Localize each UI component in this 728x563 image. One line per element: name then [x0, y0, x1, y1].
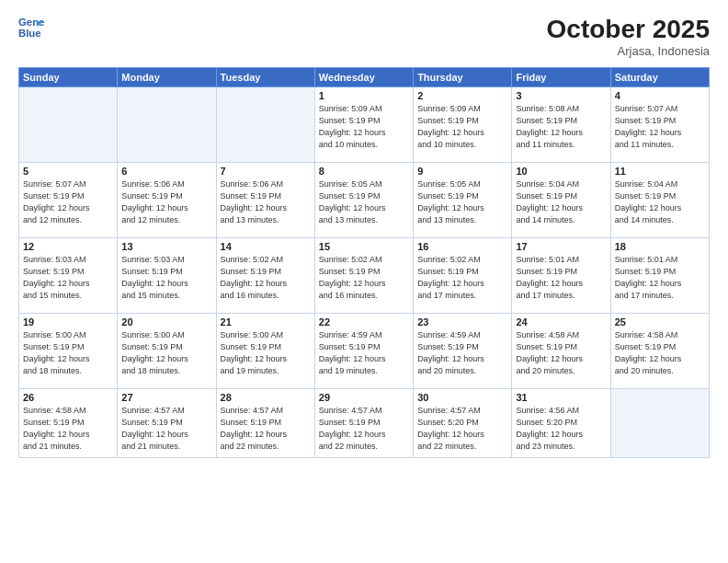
day-info: Sunrise: 5:08 AM Sunset: 5:19 PM Dayligh… [516, 103, 606, 151]
col-sunday: Sunday [19, 68, 118, 87]
month-title: October 2025 [547, 15, 710, 44]
table-row: 10Sunrise: 5:04 AM Sunset: 5:19 PM Dayli… [512, 163, 610, 238]
table-row: 16Sunrise: 5:02 AM Sunset: 5:19 PM Dayli… [414, 238, 512, 314]
table-row: 29Sunrise: 4:57 AM Sunset: 5:19 PM Dayli… [314, 389, 413, 458]
table-row: 5Sunrise: 5:07 AM Sunset: 5:19 PM Daylig… [19, 163, 118, 238]
table-row: 21Sunrise: 5:00 AM Sunset: 5:19 PM Dayli… [216, 314, 314, 389]
day-number: 13 [121, 241, 211, 252]
day-number: 7 [221, 166, 311, 177]
day-info: Sunrise: 5:02 AM Sunset: 5:19 PM Dayligh… [417, 254, 507, 302]
table-row: 2Sunrise: 5:09 AM Sunset: 5:19 PM Daylig… [414, 87, 512, 163]
day-number: 11 [615, 166, 705, 177]
day-info: Sunrise: 5:00 AM Sunset: 5:19 PM Dayligh… [23, 329, 113, 377]
svg-text:Blue: Blue [18, 28, 41, 39]
day-number: 8 [319, 166, 409, 177]
day-info: Sunrise: 5:07 AM Sunset: 5:19 PM Dayligh… [23, 178, 113, 226]
day-info: Sunrise: 5:09 AM Sunset: 5:19 PM Dayligh… [319, 103, 409, 151]
calendar-week-row: 26Sunrise: 4:58 AM Sunset: 5:19 PM Dayli… [19, 389, 710, 458]
table-row: 24Sunrise: 4:58 AM Sunset: 5:19 PM Dayli… [512, 314, 610, 389]
day-info: Sunrise: 5:01 AM Sunset: 5:19 PM Dayligh… [615, 254, 705, 302]
day-number: 14 [221, 241, 311, 252]
table-row: 8Sunrise: 5:05 AM Sunset: 5:19 PM Daylig… [314, 163, 413, 238]
table-row: 19Sunrise: 5:00 AM Sunset: 5:19 PM Dayli… [19, 314, 118, 389]
day-info: Sunrise: 4:56 AM Sunset: 5:20 PM Dayligh… [516, 405, 606, 453]
day-number: 27 [121, 392, 211, 403]
table-row: 1Sunrise: 5:09 AM Sunset: 5:19 PM Daylig… [314, 87, 413, 163]
day-info: Sunrise: 4:57 AM Sunset: 5:19 PM Dayligh… [221, 405, 311, 453]
table-row: 18Sunrise: 5:01 AM Sunset: 5:19 PM Dayli… [610, 238, 709, 314]
day-info: Sunrise: 5:04 AM Sunset: 5:19 PM Dayligh… [516, 178, 606, 226]
table-row: 7Sunrise: 5:06 AM Sunset: 5:19 PM Daylig… [216, 163, 314, 238]
day-number: 6 [121, 166, 211, 177]
day-number: 5 [23, 166, 113, 177]
day-info: Sunrise: 4:59 AM Sunset: 5:19 PM Dayligh… [319, 329, 409, 377]
calendar-header-row: Sunday Monday Tuesday Wednesday Thursday… [19, 68, 710, 87]
calendar-week-row: 5Sunrise: 5:07 AM Sunset: 5:19 PM Daylig… [19, 163, 710, 238]
day-info: Sunrise: 5:06 AM Sunset: 5:19 PM Dayligh… [221, 178, 311, 226]
table-row: 30Sunrise: 4:57 AM Sunset: 5:20 PM Dayli… [414, 389, 512, 458]
col-wednesday: Wednesday [314, 68, 413, 87]
calendar-week-row: 1Sunrise: 5:09 AM Sunset: 5:19 PM Daylig… [19, 87, 710, 163]
col-thursday: Thursday [414, 68, 512, 87]
day-info: Sunrise: 5:05 AM Sunset: 5:19 PM Dayligh… [417, 178, 507, 226]
day-number: 9 [417, 166, 507, 177]
table-row: 27Sunrise: 4:57 AM Sunset: 5:19 PM Dayli… [118, 389, 216, 458]
day-number: 20 [121, 316, 211, 327]
table-row: 4Sunrise: 5:07 AM Sunset: 5:19 PM Daylig… [610, 87, 709, 163]
table-row: 31Sunrise: 4:56 AM Sunset: 5:20 PM Dayli… [512, 389, 610, 458]
day-info: Sunrise: 5:07 AM Sunset: 5:19 PM Dayligh… [615, 103, 705, 151]
logo-icon: General Blue [18, 15, 44, 40]
header: General Blue October 2025 Arjasa, Indone… [18, 15, 710, 58]
table-row [118, 87, 216, 163]
day-info: Sunrise: 5:02 AM Sunset: 5:19 PM Dayligh… [319, 254, 409, 302]
day-info: Sunrise: 5:00 AM Sunset: 5:19 PM Dayligh… [121, 329, 211, 377]
day-number: 19 [23, 316, 113, 327]
day-info: Sunrise: 5:00 AM Sunset: 5:19 PM Dayligh… [221, 329, 311, 377]
table-row: 9Sunrise: 5:05 AM Sunset: 5:19 PM Daylig… [414, 163, 512, 238]
day-info: Sunrise: 5:04 AM Sunset: 5:19 PM Dayligh… [615, 178, 705, 226]
day-number: 23 [417, 316, 507, 327]
col-monday: Monday [118, 68, 216, 87]
day-number: 22 [319, 316, 409, 327]
day-info: Sunrise: 5:03 AM Sunset: 5:19 PM Dayligh… [23, 254, 113, 302]
day-number: 10 [516, 166, 606, 177]
day-number: 12 [23, 241, 113, 252]
day-number: 17 [516, 241, 606, 252]
day-number: 2 [417, 90, 507, 101]
day-info: Sunrise: 5:05 AM Sunset: 5:19 PM Dayligh… [319, 178, 409, 226]
day-number: 24 [516, 316, 606, 327]
day-number: 1 [319, 90, 409, 101]
table-row: 26Sunrise: 4:58 AM Sunset: 5:19 PM Dayli… [19, 389, 118, 458]
table-row: 14Sunrise: 5:02 AM Sunset: 5:19 PM Dayli… [216, 238, 314, 314]
page: General Blue October 2025 Arjasa, Indone… [0, 0, 728, 563]
day-info: Sunrise: 4:59 AM Sunset: 5:19 PM Dayligh… [417, 329, 507, 377]
day-info: Sunrise: 5:02 AM Sunset: 5:19 PM Dayligh… [221, 254, 311, 302]
calendar-table: Sunday Monday Tuesday Wednesday Thursday… [18, 67, 710, 458]
table-row: 6Sunrise: 5:06 AM Sunset: 5:19 PM Daylig… [118, 163, 216, 238]
table-row: 3Sunrise: 5:08 AM Sunset: 5:19 PM Daylig… [512, 87, 610, 163]
day-number: 31 [516, 392, 606, 403]
day-info: Sunrise: 5:03 AM Sunset: 5:19 PM Dayligh… [121, 254, 211, 302]
title-block: October 2025 Arjasa, Indonesia [547, 15, 710, 58]
day-info: Sunrise: 4:57 AM Sunset: 5:19 PM Dayligh… [121, 405, 211, 453]
col-tuesday: Tuesday [216, 68, 314, 87]
day-number: 4 [615, 90, 705, 101]
col-friday: Friday [512, 68, 610, 87]
table-row: 13Sunrise: 5:03 AM Sunset: 5:19 PM Dayli… [118, 238, 216, 314]
table-row: 17Sunrise: 5:01 AM Sunset: 5:19 PM Dayli… [512, 238, 610, 314]
table-row: 22Sunrise: 4:59 AM Sunset: 5:19 PM Dayli… [314, 314, 413, 389]
calendar-week-row: 19Sunrise: 5:00 AM Sunset: 5:19 PM Dayli… [19, 314, 710, 389]
table-row: 11Sunrise: 5:04 AM Sunset: 5:19 PM Dayli… [610, 163, 709, 238]
day-info: Sunrise: 4:57 AM Sunset: 5:19 PM Dayligh… [319, 405, 409, 453]
day-number: 28 [221, 392, 311, 403]
day-number: 16 [417, 241, 507, 252]
day-number: 18 [615, 241, 705, 252]
day-info: Sunrise: 4:58 AM Sunset: 5:19 PM Dayligh… [516, 329, 606, 377]
day-number: 30 [417, 392, 507, 403]
location: Arjasa, Indonesia [547, 44, 710, 58]
table-row: 15Sunrise: 5:02 AM Sunset: 5:19 PM Dayli… [314, 238, 413, 314]
table-row [610, 389, 709, 458]
day-info: Sunrise: 4:58 AM Sunset: 5:19 PM Dayligh… [615, 329, 705, 377]
table-row: 23Sunrise: 4:59 AM Sunset: 5:19 PM Dayli… [414, 314, 512, 389]
day-info: Sunrise: 4:57 AM Sunset: 5:20 PM Dayligh… [417, 405, 507, 453]
